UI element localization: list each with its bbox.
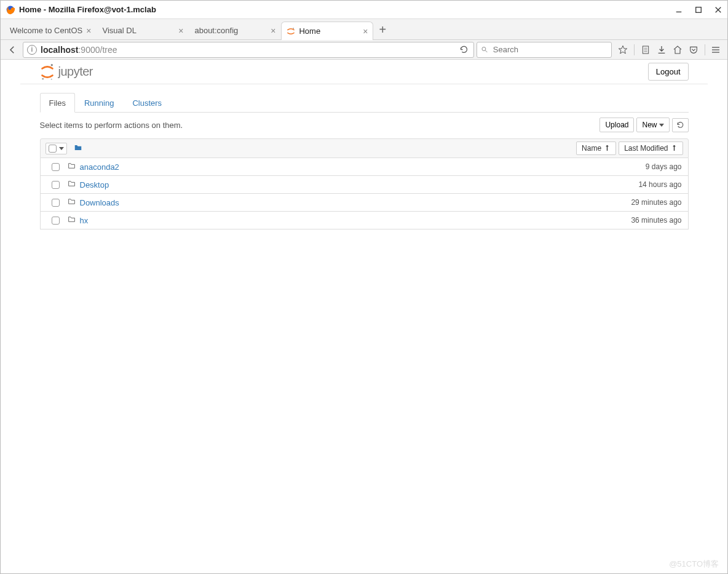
tab-running[interactable]: Running [75, 93, 123, 113]
file-modified: 29 minutes ago [631, 198, 681, 207]
back-button[interactable] [4, 42, 20, 58]
file-row[interactable]: anaconda29 days ago [40, 158, 689, 176]
action-row: Select items to perform actions on them.… [40, 113, 689, 138]
tab-strip: Welcome to CentOS × Visual DL × about:co… [1, 19, 727, 40]
separator [705, 44, 705, 55]
folder-icon [67, 197, 76, 207]
arrow-up-icon: 🠕 [671, 145, 678, 152]
file-row[interactable]: Desktop14 hours ago [40, 176, 689, 194]
svg-point-15 [50, 64, 52, 66]
checkbox[interactable] [52, 199, 60, 207]
jupyter-logo[interactable]: jupyter [40, 63, 93, 81]
new-tab-button[interactable]: + [373, 23, 392, 39]
window-titlebar: Home - Mozilla Firefox@vot-1.mclab [1, 1, 727, 19]
file-modified: 9 days ago [646, 162, 682, 171]
tab-close-icon[interactable]: × [271, 26, 275, 36]
browser-tab-2[interactable]: about:config × [189, 21, 281, 39]
caret-down-icon [59, 147, 64, 150]
tab-close-icon[interactable]: × [86, 26, 91, 36]
tab-label: Visual DL [102, 26, 175, 35]
minimize-button[interactable] [675, 6, 683, 14]
toolbar-icons [614, 44, 702, 55]
file-name-link[interactable]: hx [80, 216, 89, 225]
browser-tab-1[interactable]: Visual DL × [97, 21, 189, 39]
info-icon[interactable]: i [27, 45, 37, 55]
refresh-button[interactable] [672, 118, 689, 132]
tab-label: about:config [194, 26, 267, 35]
tab-close-icon[interactable]: × [178, 26, 183, 36]
svg-point-6 [482, 47, 486, 51]
reader-icon[interactable] [641, 45, 651, 55]
svg-line-7 [485, 50, 487, 52]
checkbox[interactable] [52, 181, 60, 189]
address-bar[interactable]: i localhost:9000/tree [23, 42, 474, 58]
close-button[interactable] [714, 6, 722, 14]
window-title: Home - Mozilla Firefox@vot-1.mclab [19, 5, 156, 14]
svg-point-16 [42, 78, 44, 79]
folder-icon [73, 143, 83, 152]
caret-down-icon [659, 124, 664, 127]
search-icon [481, 46, 488, 54]
tab-label: Home [299, 26, 359, 36]
window-controls [675, 6, 722, 14]
tab-clusters[interactable]: Clusters [123, 93, 171, 113]
svg-point-5 [293, 28, 295, 29]
search-field[interactable] [477, 42, 612, 58]
jupyter-tabs: Files Running Clusters [40, 93, 689, 113]
url-text: localhost:9000/tree [41, 45, 117, 55]
file-row[interactable]: hx36 minutes ago [40, 212, 689, 229]
firefox-icon [6, 5, 15, 15]
hamburger-menu[interactable] [708, 42, 724, 58]
jupyter-icon [40, 63, 55, 81]
hint-text: Select items to perform actions on them. [40, 121, 183, 130]
new-button[interactable]: New [636, 118, 669, 132]
jupyter-icon [287, 27, 295, 36]
sort-name-button[interactable]: Name 🠕 [576, 142, 616, 155]
listing-header: Name 🠕 Last Modified 🠕 [40, 138, 689, 158]
folder-icon [67, 162, 76, 172]
upload-button[interactable]: Upload [599, 118, 634, 132]
file-modified: 14 hours ago [638, 180, 681, 189]
select-all-dropdown[interactable] [46, 143, 67, 154]
breadcrumb-root[interactable] [73, 143, 83, 154]
jupyter-logo-text: jupyter [58, 65, 93, 79]
watermark: @51CTO博客 [669, 559, 719, 570]
folder-icon [67, 215, 76, 225]
checkbox[interactable] [52, 163, 60, 171]
file-name-link[interactable]: Desktop [80, 180, 109, 189]
separator [634, 44, 635, 55]
navbar: i localhost:9000/tree [1, 40, 727, 60]
checkbox-icon [49, 145, 57, 153]
tab-files[interactable]: Files [40, 93, 75, 113]
file-list: anaconda29 days agoDesktop14 hours agoDo… [40, 158, 689, 229]
file-name-link[interactable]: anaconda2 [80, 162, 119, 172]
svg-rect-2 [696, 7, 702, 12]
folder-icon [67, 180, 76, 189]
tab-close-icon[interactable]: × [363, 26, 368, 36]
jupyter-header: jupyter Logout [20, 60, 708, 84]
svg-point-17 [50, 78, 52, 79]
checkbox[interactable] [52, 217, 60, 225]
sort-modified-button[interactable]: Last Modified 🠕 [619, 142, 682, 155]
pocket-icon[interactable] [689, 45, 698, 55]
browser-tab-0[interactable]: Welcome to CentOS × [4, 21, 97, 39]
file-row[interactable]: Downloads29 minutes ago [40, 194, 689, 212]
logout-button[interactable]: Logout [648, 63, 689, 81]
browser-tab-3[interactable]: Home × [281, 22, 373, 40]
bookmark-star-icon[interactable] [618, 45, 628, 55]
home-icon[interactable] [673, 45, 682, 55]
reload-button[interactable] [457, 44, 470, 56]
downloads-icon[interactable] [657, 45, 667, 55]
refresh-icon [676, 121, 684, 129]
file-modified: 36 minutes ago [631, 216, 681, 225]
file-name-link[interactable]: Downloads [80, 198, 119, 207]
arrow-up-icon: 🠕 [604, 145, 611, 152]
new-button-label: New [642, 121, 657, 129]
tab-label: Welcome to CentOS [10, 26, 82, 35]
page-content: jupyter Logout Files Running Clusters Se… [1, 60, 727, 573]
search-input[interactable] [492, 44, 607, 55]
maximize-button[interactable] [694, 6, 703, 14]
